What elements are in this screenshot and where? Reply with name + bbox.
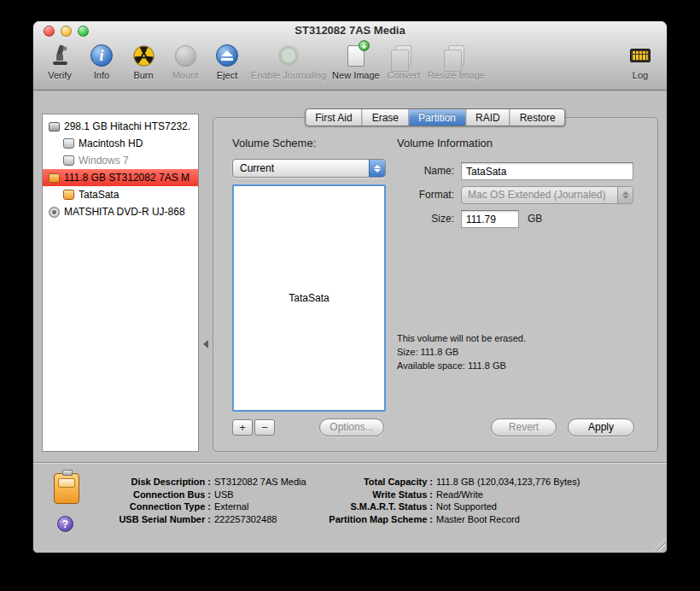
- size-field-label: Size:: [360, 213, 454, 225]
- log-button[interactable]: Log: [622, 43, 658, 80]
- info-value: 222257302488: [214, 513, 277, 526]
- new-image-icon: +: [343, 43, 369, 68]
- external-volume-icon: [63, 190, 74, 200]
- resize-image-icon: [443, 43, 469, 68]
- eject-label: Eject: [217, 70, 237, 80]
- volume-information-label: Volume Information: [397, 137, 493, 149]
- sidebar-item-internal-disk[interactable]: 298.1 GB Hitachi HTS7232.: [43, 118, 198, 135]
- revert-button[interactable]: Revert: [491, 418, 557, 436]
- new-image-button[interactable]: + New Image: [332, 43, 380, 80]
- mount-button[interactable]: Mount: [167, 43, 203, 80]
- tab-restore[interactable]: Restore: [510, 109, 565, 126]
- toolbar: Verify i Info: [33, 40, 667, 91]
- sidebar-item-optical-drive[interactable]: MATSHITA DVD-R UJ-868: [43, 203, 198, 220]
- sidebar-item-label: 111.8 GB ST312082 7AS M: [64, 172, 190, 184]
- burn-icon: [131, 43, 156, 68]
- format-value: Mac OS Extended (Journaled): [468, 189, 605, 201]
- sidebar-item-external-disk[interactable]: 111.8 GB ST312082 7AS M: [43, 169, 198, 186]
- info-row: S.M.A.R.T. Status : Not Supported: [315, 500, 580, 513]
- window-title: ST312082 7AS Media: [33, 21, 667, 40]
- convert-icon: [391, 43, 417, 68]
- volume-icon: [63, 155, 74, 166]
- sidebar-collapse-arrow-icon[interactable]: [203, 340, 208, 348]
- info-label: S.M.A.R.T. Status :: [315, 500, 436, 513]
- title-bar[interactable]: ST312082 7AS Media: [33, 21, 667, 40]
- window-header: ST312082 7AS Media Verify i Info: [33, 21, 667, 91]
- zoom-button[interactable]: [78, 26, 89, 37]
- info-label: Partition Map Scheme :: [315, 513, 436, 526]
- info-label: Info: [94, 70, 109, 80]
- eject-icon: [214, 43, 240, 68]
- log-icon: [627, 43, 653, 68]
- options-button[interactable]: Options...: [319, 418, 384, 436]
- device-sidebar: 298.1 GB Hitachi HTS7232. Macintosh HD W…: [42, 114, 199, 452]
- verify-button[interactable]: Verify: [42, 43, 78, 80]
- popup-arrows-icon: [617, 187, 633, 203]
- volume-notes: This volume will not be erased. Size: 11…: [397, 331, 526, 372]
- info-value: Read/Write: [436, 489, 483, 501]
- resize-image-button[interactable]: Resize Image: [428, 43, 485, 80]
- info-row: Connection Bus : USB: [93, 489, 306, 501]
- info-row: USB Serial Number : 222257302488: [93, 513, 306, 526]
- internal-disk-icon: [49, 122, 60, 132]
- size-field[interactable]: [461, 210, 519, 228]
- disk-utility-window: ST312082 7AS Media Verify i Info: [32, 20, 668, 553]
- info-value: USB: [214, 489, 234, 501]
- note-line: Size: 111.8 GB: [397, 345, 526, 359]
- tab-raid[interactable]: RAID: [466, 109, 510, 126]
- info-value: 111.8 GB (120,034,123,776 Bytes): [436, 476, 580, 489]
- journaling-icon: [276, 43, 301, 68]
- eject-button[interactable]: Eject: [209, 43, 245, 80]
- info-label: Connection Bus :: [93, 489, 214, 501]
- sidebar-item-label: Macintosh HD: [79, 138, 143, 149]
- info-label: Write Status :: [315, 489, 436, 501]
- pane-tabs: First Aid Erase Partition RAID Restore: [305, 108, 565, 126]
- convert-button[interactable]: Convert: [386, 43, 422, 80]
- sidebar-item-macintosh-hd[interactable]: Macintosh HD: [43, 135, 198, 152]
- info-label: Total Capacity :: [315, 476, 436, 489]
- minimize-button[interactable]: [61, 26, 72, 37]
- burn-button[interactable]: Burn: [125, 43, 161, 80]
- help-button[interactable]: ?: [57, 516, 73, 532]
- info-button[interactable]: i Info: [84, 43, 120, 80]
- format-field-label: Format:: [360, 189, 454, 201]
- note-line: Available space: 111.8 GB: [397, 359, 526, 372]
- enable-journaling-label: Enable Journaling: [251, 70, 326, 80]
- close-button[interactable]: [44, 26, 55, 37]
- info-row: Total Capacity : 111.8 GB (120,034,123,7…: [315, 476, 580, 489]
- info-row: Disk Description : ST312082 7AS Media: [93, 476, 306, 489]
- window-resize-grip[interactable]: [653, 539, 665, 551]
- sidebar-item-tatasata[interactable]: TataSata: [43, 186, 198, 203]
- format-select[interactable]: Mac OS Extended (Journaled): [461, 186, 633, 204]
- sidebar-item-label: MATSHITA DVD-R UJ-868: [64, 206, 185, 218]
- mount-icon: [172, 43, 198, 68]
- enable-journaling-button[interactable]: Enable Journaling: [251, 43, 326, 80]
- sidebar-item-label: 298.1 GB Hitachi HTS7232.: [64, 120, 190, 132]
- device-info-panel: ? Disk Description : ST312082 7AS Media …: [33, 462, 667, 553]
- partition-pane: First Aid Erase Partition RAID Restore V…: [213, 117, 658, 452]
- info-row: Connection Type : External: [93, 500, 306, 513]
- sidebar-item-label: Windows 7: [79, 155, 129, 167]
- name-field-label: Name:: [360, 165, 454, 177]
- note-line: This volume will not be erased.: [397, 331, 526, 345]
- tab-first-aid[interactable]: First Aid: [306, 109, 362, 126]
- mount-label: Mount: [172, 70, 199, 80]
- tab-partition[interactable]: Partition: [409, 109, 466, 126]
- sidebar-item-windows-7[interactable]: Windows 7: [43, 152, 198, 169]
- add-partition-button[interactable]: +: [232, 419, 253, 436]
- verify-label: Verify: [48, 70, 72, 80]
- info-label: USB Serial Number :: [93, 513, 214, 526]
- info-value: ST312082 7AS Media: [214, 476, 306, 489]
- tab-erase[interactable]: Erase: [363, 109, 409, 126]
- apply-button[interactable]: Apply: [568, 418, 634, 436]
- info-label: Disk Description :: [93, 476, 214, 489]
- volume-scheme-value: Current: [240, 162, 274, 174]
- partition-name: TataSata: [289, 292, 329, 304]
- name-field[interactable]: [461, 162, 633, 180]
- external-disk-icon: [49, 173, 60, 183]
- log-label: Log: [633, 70, 648, 80]
- volume-icon: [63, 138, 74, 149]
- info-label: Connection Type :: [93, 500, 214, 513]
- info-column-right: Total Capacity : 111.8 GB (120,034,123,7…: [315, 476, 580, 525]
- remove-partition-button[interactable]: −: [254, 419, 275, 436]
